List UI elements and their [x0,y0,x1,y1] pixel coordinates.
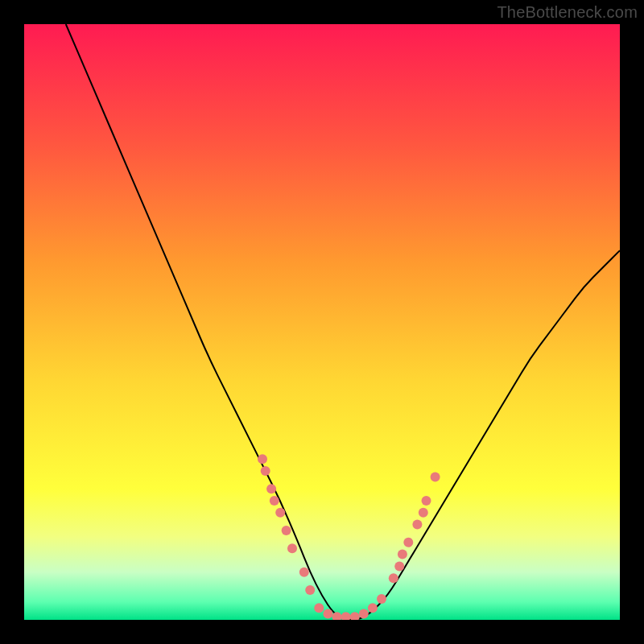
watermark-label: TheBottleneck.com [497,3,638,22]
highlight-bead [270,496,279,506]
highlight-bead [394,561,404,571]
highlight-bead [377,594,386,604]
highlight-bead [422,496,431,506]
highlight-bead [359,609,369,619]
bottleneck-chart [24,24,620,620]
highlight-bead [431,472,440,481]
highlight-bead [323,609,332,619]
highlight-bead [368,603,378,613]
highlight-bead [419,508,428,518]
highlight-bead [287,543,297,553]
highlight-bead [412,520,422,530]
chart-frame: TheBottleneck.com [0,0,644,644]
highlight-bead [389,573,398,583]
highlight-bead [261,466,270,476]
highlight-bead [258,454,267,464]
highlight-bead [299,568,309,577]
highlight-bead [305,585,315,595]
highlight-bead [314,603,324,613]
highlight-bead [403,538,413,547]
highlight-bead [275,508,285,518]
highlight-bead [398,550,407,559]
chart-background [24,24,620,620]
highlight-bead [266,484,276,493]
highlight-bead [282,526,291,535]
